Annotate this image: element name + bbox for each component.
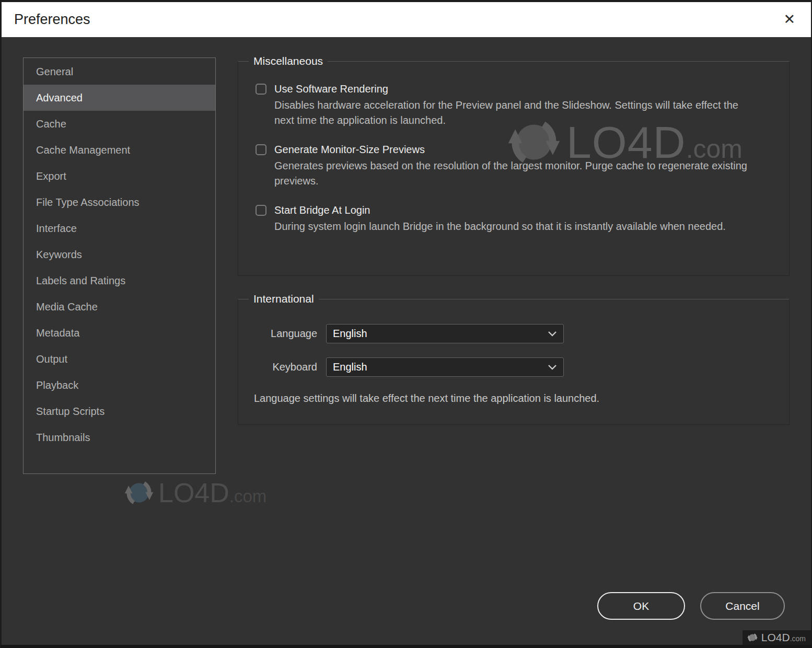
option-description: Disables hardware acceleration for the P… (274, 98, 751, 128)
keyboard-selected-value: English (333, 361, 367, 373)
close-icon[interactable]: ✕ (783, 13, 795, 27)
language-note: Language settings will take effect the n… (254, 392, 789, 404)
language-label: Language (238, 328, 317, 340)
sidebar-item-metadata[interactable]: Metadata (24, 320, 215, 346)
sidebar-item-thumbnails[interactable]: Thumbnails (24, 424, 215, 450)
generate-monitor-size-previews-checkbox[interactable] (256, 144, 266, 155)
preferences-category-list: General Advanced Cache Cache Management … (23, 57, 216, 474)
option-description: During system login launch Bridge in the… (274, 219, 751, 234)
option-start-bridge-at-login: Start Bridge At Login During system logi… (256, 204, 789, 234)
keyboard-label: Keyboard (238, 361, 317, 373)
sidebar-item-keywords[interactable]: Keywords (24, 241, 215, 268)
keyboard-select[interactable]: English (326, 357, 564, 377)
watermark-text: LO4D (761, 631, 790, 643)
preferences-dialog: Preferences ✕ General Advanced Cache Cac… (0, 0, 812, 648)
lo4d-logo-icon (123, 477, 155, 509)
language-select[interactable]: English (326, 324, 564, 343)
lo4d-badge: LO4D.com (743, 630, 811, 645)
lo4d-watermark-secondary: LO4D.com (123, 477, 266, 509)
option-description: Generates previews based on the resoluti… (274, 158, 751, 189)
chevron-down-icon (548, 331, 557, 337)
language-row: Language English (238, 324, 789, 343)
language-selected-value: English (333, 328, 367, 340)
miscellaneous-group: Miscellaneous Use Software Rendering Dis… (238, 55, 790, 276)
sidebar-item-playback[interactable]: Playback (24, 372, 215, 398)
international-group: International Language English Keyboard … (238, 293, 790, 425)
international-legend: International (249, 293, 319, 305)
option-use-software-rendering: Use Software Rendering Disables hardware… (256, 83, 789, 128)
sidebar-item-output[interactable]: Output (24, 346, 215, 372)
watermark-suffix: .com (229, 487, 267, 506)
sidebar-item-cache-management[interactable]: Cache Management (24, 137, 215, 163)
option-generate-monitor-size-previews: Generate Monitor-Size Previews Generates… (256, 144, 789, 189)
sidebar-item-general[interactable]: General (24, 59, 215, 85)
sidebar-item-advanced[interactable]: Advanced (24, 85, 215, 111)
sidebar-item-labels-and-ratings[interactable]: Labels and Ratings (24, 268, 215, 294)
miscellaneous-legend: Miscellaneous (249, 55, 328, 67)
sidebar-item-cache[interactable]: Cache (24, 111, 215, 137)
ok-button[interactable]: OK (597, 592, 685, 620)
sidebar-item-file-type-associations[interactable]: File Type Associations (24, 189, 215, 215)
checkbox-label[interactable]: Start Bridge At Login (274, 204, 370, 216)
sidebar-item-export[interactable]: Export (24, 163, 215, 189)
watermark-text: LO4D (158, 478, 229, 508)
sidebar-item-interface[interactable]: Interface (24, 215, 215, 241)
dialog-title: Preferences (14, 11, 90, 28)
watermark-suffix: .com (790, 634, 806, 643)
lo4d-logo-icon (747, 632, 758, 643)
sidebar-item-media-cache[interactable]: Media Cache (24, 294, 215, 320)
use-software-rendering-checkbox[interactable] (256, 84, 266, 95)
checkbox-label[interactable]: Generate Monitor-Size Previews (274, 144, 425, 156)
sidebar-item-startup-scripts[interactable]: Startup Scripts (24, 398, 215, 424)
titlebar: Preferences ✕ (2, 2, 811, 37)
start-bridge-at-login-checkbox[interactable] (256, 205, 266, 216)
chevron-down-icon (548, 364, 557, 371)
keyboard-row: Keyboard English (238, 357, 789, 377)
checkbox-label[interactable]: Use Software Rendering (274, 83, 388, 95)
cancel-button[interactable]: Cancel (700, 592, 785, 620)
